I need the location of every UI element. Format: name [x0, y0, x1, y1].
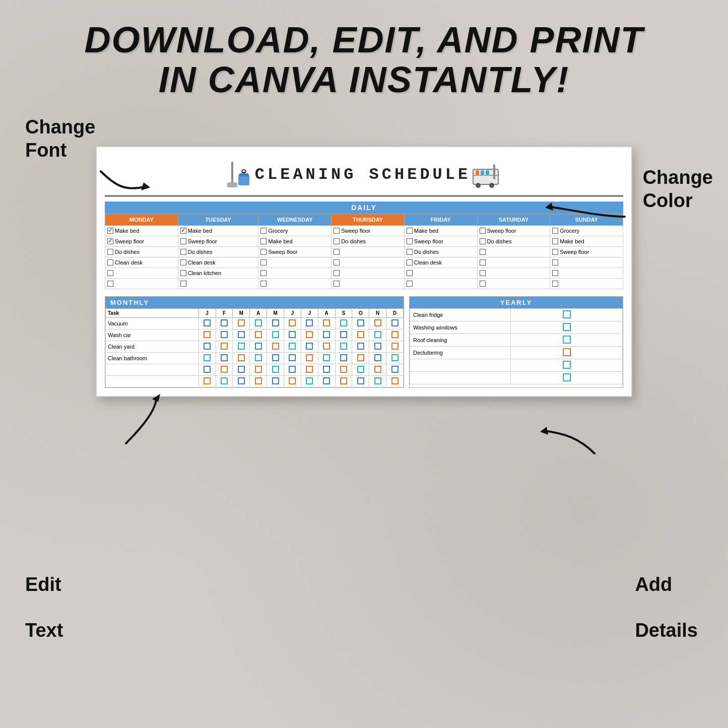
monthly-cb-2-1[interactable] — [198, 329, 216, 341]
monthly-cb-5-3[interactable] — [233, 364, 250, 376]
cb-sat-2[interactable] — [480, 238, 486, 244]
monthly-cb-4-7[interactable] — [301, 353, 318, 364]
monthly-cb-3-4[interactable] — [250, 341, 267, 353]
monthly-cb-2-2[interactable] — [216, 329, 233, 341]
monthly-cb-4-12[interactable] — [386, 353, 404, 364]
cb-thu-1[interactable] — [334, 228, 340, 234]
monthly-cb-3-6[interactable] — [284, 341, 301, 353]
yearly-cb-5[interactable] — [511, 359, 623, 372]
monthly-cb-2-3[interactable] — [233, 329, 250, 341]
monthly-cb-4-4[interactable] — [250, 353, 267, 364]
cb-tue-5[interactable] — [180, 270, 186, 276]
monthly-cb-1-3[interactable] — [233, 318, 250, 329]
monthly-cb-6-10[interactable] — [352, 376, 369, 387]
monthly-cb-3-7[interactable] — [301, 341, 318, 353]
cb-tue-1[interactable] — [180, 228, 186, 234]
cb-fri-5[interactable] — [407, 270, 413, 276]
cb-wed-6[interactable] — [260, 281, 267, 287]
cb-sun-2[interactable] — [552, 238, 558, 244]
cb-sat-3[interactable] — [480, 249, 486, 255]
cb-thu-4[interactable] — [334, 259, 340, 266]
cb-sat-4[interactable] — [480, 259, 486, 266]
cb-sun-3[interactable] — [552, 249, 558, 255]
cb-sat-1[interactable] — [480, 228, 486, 234]
monthly-cb-6-11[interactable] — [369, 376, 386, 387]
monthly-cb-3-12[interactable] — [386, 341, 404, 353]
monthly-cb-6-4[interactable] — [250, 376, 267, 387]
monthly-cb-1-5[interactable] — [267, 318, 284, 329]
monthly-cb-4-5[interactable] — [267, 353, 284, 364]
cb-fri-2[interactable] — [407, 238, 413, 244]
monthly-cb-1-6[interactable] — [284, 318, 301, 329]
monthly-cb-1-7[interactable] — [301, 318, 318, 329]
monthly-cb-1-8[interactable] — [318, 318, 335, 329]
monthly-cb-2-8[interactable] — [318, 329, 335, 341]
monthly-cb-5-6[interactable] — [284, 364, 301, 376]
monthly-cb-6-9[interactable] — [335, 376, 352, 387]
cb-wed-1[interactable] — [260, 228, 267, 234]
monthly-cb-4-1[interactable] — [198, 353, 216, 364]
monthly-cb-3-10[interactable] — [352, 341, 369, 353]
monthly-cb-6-2[interactable] — [216, 376, 233, 387]
monthly-cb-3-8[interactable] — [318, 341, 335, 353]
cb-sat-6[interactable] — [480, 281, 486, 287]
monthly-cb-1-1[interactable] — [198, 318, 216, 329]
monthly-cb-1-12[interactable] — [386, 318, 404, 329]
cb-fri-3[interactable] — [407, 249, 413, 255]
monthly-cb-2-10[interactable] — [352, 329, 369, 341]
monthly-cb-4-2[interactable] — [216, 353, 233, 364]
cb-wed-2[interactable] — [260, 238, 267, 244]
monthly-cb-1-9[interactable] — [335, 318, 352, 329]
cb-fri-6[interactable] — [407, 281, 413, 287]
monthly-cb-2-9[interactable] — [335, 329, 352, 341]
cb-thu-3[interactable] — [334, 249, 340, 255]
monthly-cb-2-7[interactable] — [301, 329, 318, 341]
yearly-cb-6[interactable] — [511, 372, 623, 384]
monthly-cb-5-12[interactable] — [386, 364, 404, 376]
cb-tue-3[interactable] — [180, 249, 186, 255]
cb-thu-5[interactable] — [334, 270, 340, 276]
cb-tue-4[interactable] — [180, 259, 186, 266]
monthly-cb-5-7[interactable] — [301, 364, 318, 376]
monthly-cb-4-6[interactable] — [284, 353, 301, 364]
monthly-cb-1-2[interactable] — [216, 318, 233, 329]
monthly-cb-2-12[interactable] — [386, 329, 404, 341]
monthly-cb-6-6[interactable] — [284, 376, 301, 387]
monthly-cb-5-1[interactable] — [198, 364, 216, 376]
cb-wed-4[interactable] — [260, 259, 267, 266]
monthly-cb-1-4[interactable] — [250, 318, 267, 329]
monthly-cb-3-11[interactable] — [369, 341, 386, 353]
monthly-cb-5-8[interactable] — [318, 364, 335, 376]
cb-sun-6[interactable] — [552, 281, 558, 287]
cb-sat-5[interactable] — [480, 270, 486, 276]
yearly-cb-3[interactable] — [511, 334, 623, 347]
monthly-cb-6-1[interactable] — [198, 376, 216, 387]
cb-sun-5[interactable] — [552, 270, 558, 276]
monthly-cb-3-9[interactable] — [335, 341, 352, 353]
cb-tue-6[interactable] — [180, 281, 186, 287]
yearly-cb-4[interactable] — [511, 347, 623, 359]
monthly-cb-1-10[interactable] — [352, 318, 369, 329]
monthly-cb-3-3[interactable] — [233, 341, 250, 353]
monthly-cb-3-5[interactable] — [267, 341, 284, 353]
monthly-cb-5-4[interactable] — [250, 364, 267, 376]
monthly-cb-4-10[interactable] — [352, 353, 369, 364]
cb-mon-2[interactable] — [107, 238, 113, 244]
monthly-cb-5-11[interactable] — [369, 364, 386, 376]
monthly-cb-4-3[interactable] — [233, 353, 250, 364]
monthly-cb-6-7[interactable] — [301, 376, 318, 387]
monthly-cb-3-1[interactable] — [198, 341, 216, 353]
monthly-cb-4-11[interactable] — [369, 353, 386, 364]
monthly-cb-6-12[interactable] — [386, 376, 404, 387]
cb-mon-1[interactable] — [107, 228, 113, 234]
cb-sun-1[interactable] — [552, 228, 558, 234]
cb-thu-2[interactable] — [334, 238, 340, 244]
monthly-cb-4-8[interactable] — [318, 353, 335, 364]
monthly-cb-4-9[interactable] — [335, 353, 352, 364]
yearly-cb-1[interactable] — [511, 309, 623, 321]
monthly-cb-2-6[interactable] — [284, 329, 301, 341]
monthly-cb-5-5[interactable] — [267, 364, 284, 376]
cb-fri-1[interactable] — [407, 228, 413, 234]
monthly-cb-5-2[interactable] — [216, 364, 233, 376]
cb-wed-5[interactable] — [260, 270, 267, 276]
